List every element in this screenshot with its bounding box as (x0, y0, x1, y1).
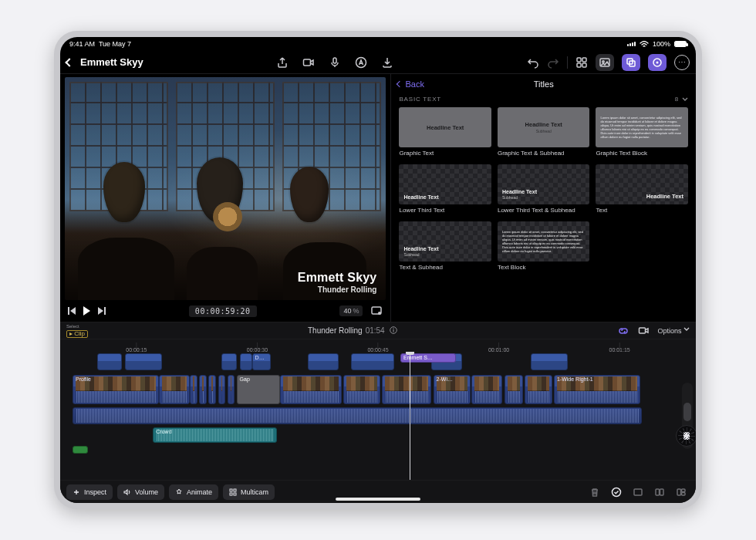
ruler-tick: 00:01:15 (609, 342, 629, 353)
info-icon[interactable] (390, 326, 397, 334)
enable-clip-icon[interactable] (608, 484, 625, 500)
title-preset[interactable]: Headline TextText (596, 164, 688, 214)
titles-browser-icon[interactable] (622, 54, 640, 71)
title-preset[interactable]: Headline TextGraphic Text (399, 107, 491, 157)
multicam-button[interactable]: Multicam (223, 484, 275, 500)
svg-rect-17 (393, 329, 394, 332)
link-clip-icon[interactable] (617, 325, 629, 337)
share-icon[interactable] (276, 56, 289, 69)
svg-rect-18 (640, 328, 646, 333)
volume-button[interactable]: Volume (117, 484, 164, 500)
tools-icon[interactable] (575, 56, 588, 69)
inspect-button[interactable]: Inspect (66, 484, 113, 500)
svg-rect-1 (333, 58, 336, 63)
svg-rect-5 (577, 63, 581, 67)
timeline: Select ▸ Clip Thunder Rolling01:54 Optio… (60, 322, 696, 503)
divider (567, 56, 568, 69)
next-frame-button[interactable] (98, 307, 106, 315)
tile-caption: Graphic Text (399, 150, 491, 157)
text-tool-icon[interactable] (355, 56, 367, 69)
transport-bar: 00:00:59:20 40% (60, 300, 390, 322)
title-preset[interactable]: Headline TextSubheadLower Third Text & S… (498, 164, 590, 214)
browser-title: Titles (391, 79, 696, 89)
ruler-tick: 00:00:30 (247, 342, 268, 353)
title-preset[interactable]: Headline TextSubheadGraphic Text & Subhe… (498, 107, 590, 157)
media-browser-icon[interactable] (596, 54, 614, 71)
viewer-panel: Emmett Skyy Thunder Rolling 00:00:59:20 … (60, 74, 390, 322)
snapping-icon[interactable] (637, 325, 650, 337)
layout-2-icon[interactable] (651, 484, 668, 500)
tile-caption: Text Block (498, 264, 590, 271)
timeline-ruler[interactable]: 00:00:1500:00:3000:00:4500:01:0000:01:15 (60, 339, 696, 352)
viewer-title-overlay: Emmett Skyy Thunder Rolling (298, 271, 377, 294)
battery-pct: 100% (653, 40, 670, 48)
tile-caption: Lower Third Text & Subhead (498, 207, 590, 214)
ipad-shell: 9:41 AM Tue May 7 100% Emmett Skyy (54, 31, 702, 509)
timeline-title: Thunder Rolling01:54 (96, 326, 609, 335)
back-icon[interactable] (65, 58, 73, 66)
layout-3-icon[interactable] (673, 484, 690, 500)
clip-crowd[interactable]: Crowd (153, 427, 276, 443)
jog-wheel[interactable] (676, 425, 696, 447)
timecode-display[interactable]: 00:00:59:20 (189, 305, 257, 317)
clip-profile[interactable]: Profile (73, 375, 159, 404)
svg-rect-19 (230, 489, 232, 491)
svg-rect-22 (234, 493, 236, 495)
delete-icon[interactable] (586, 484, 603, 500)
svg-rect-27 (677, 489, 681, 495)
svg-rect-28 (682, 489, 686, 492)
view-options-icon[interactable] (370, 305, 383, 317)
titles-browser: Back Titles BASIC TEXT 8 Headline TextGr… (390, 74, 696, 322)
title-preset[interactable]: Lorem ipsum dolor sit amet, consectetur … (498, 221, 590, 271)
svg-point-14 (378, 312, 381, 315)
app-window: 9:41 AM Tue May 7 100% Emmett Skyy (60, 37, 696, 503)
home-indicator[interactable] (336, 498, 420, 501)
tile-caption: Graphic Text Block (596, 150, 688, 157)
svg-rect-4 (582, 58, 586, 62)
import-icon[interactable] (381, 56, 393, 69)
svg-rect-25 (656, 489, 660, 495)
svg-point-8 (602, 60, 604, 62)
voiceover-icon[interactable] (329, 56, 341, 69)
svg-point-23 (613, 488, 621, 496)
svg-rect-26 (660, 489, 664, 495)
top-toolbar: Emmett Skyy (60, 51, 696, 74)
svg-rect-6 (582, 63, 586, 67)
undo-icon[interactable] (527, 56, 539, 69)
redo-icon[interactable] (547, 56, 559, 69)
tile-caption: Graphic Text & Subhead (498, 150, 590, 157)
browser-back-button[interactable]: Back (397, 79, 424, 89)
layout-1-icon[interactable] (629, 484, 646, 500)
more-icon[interactable] (674, 55, 690, 70)
svg-rect-24 (634, 489, 642, 495)
svg-point-16 (393, 328, 394, 329)
animate-button[interactable]: Animate (169, 484, 218, 500)
browser-section-header[interactable]: BASIC TEXT 8 (391, 94, 696, 104)
status-bar: 9:41 AM Tue May 7 100% (60, 37, 696, 51)
viewer-frame[interactable]: Emmett Skyy Thunder Rolling (65, 77, 386, 300)
svg-rect-20 (234, 489, 236, 491)
signal-icon (627, 42, 636, 46)
timeline-options[interactable]: Options (657, 326, 690, 335)
playhead[interactable] (410, 352, 410, 480)
tile-caption: Lower Third Text (399, 207, 491, 214)
viewer-zoom[interactable]: 40% (339, 305, 363, 316)
ruler-tick: 00:00:15 (126, 342, 147, 353)
chevron-down-icon (682, 96, 688, 103)
timeline-lanes[interactable]: D… Emmett S… Profile (60, 352, 696, 480)
select-mode[interactable]: Select ▸ Clip (66, 323, 88, 338)
svg-rect-21 (230, 493, 232, 495)
title-preset[interactable]: Headline TextLower Third Text (399, 164, 491, 214)
svg-rect-3 (577, 58, 581, 62)
project-title[interactable]: Emmett Skyy (80, 56, 143, 68)
camera-icon[interactable] (302, 56, 315, 69)
svg-rect-0 (304, 59, 311, 66)
prev-frame-button[interactable] (68, 307, 76, 315)
status-time: 9:41 AM Tue May 7 (69, 40, 131, 48)
title-preset[interactable]: Lorem ipsum dolor sit amet, consectetur … (596, 107, 688, 157)
ruler-tick: 00:00:45 (367, 342, 388, 353)
inspector-icon[interactable] (648, 54, 667, 71)
title-preset[interactable]: Headline TextSubheadText & Subhead (399, 221, 491, 271)
play-button[interactable] (83, 306, 90, 316)
tile-caption: Text (596, 207, 688, 214)
